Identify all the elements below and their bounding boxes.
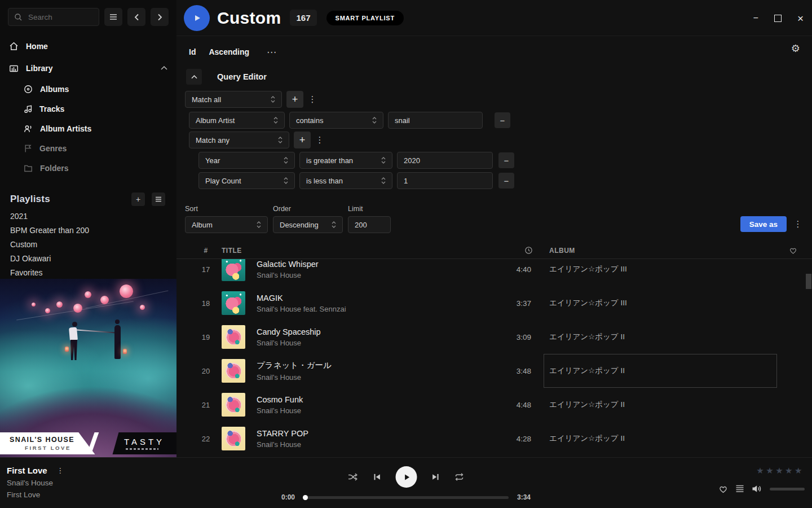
playlist-item[interactable]: Custom <box>0 237 176 251</box>
rule-value-input[interactable] <box>397 172 493 189</box>
playlist-item[interactable]: DJ Okawari <box>0 251 176 265</box>
scrollbar-thumb[interactable] <box>806 274 811 289</box>
volume-slider[interactable] <box>770 488 805 491</box>
column-album[interactable]: ALBUM <box>544 247 784 255</box>
column-favorite[interactable] <box>784 247 812 255</box>
save-as-button[interactable]: Save as <box>740 216 787 232</box>
now-playing-album[interactable]: First Love <box>7 490 65 500</box>
collapse-chevron-icon[interactable] <box>161 66 167 70</box>
maximize-button[interactable] <box>774 15 782 22</box>
select-caret-icon <box>330 221 337 229</box>
track-artist: Snail's House <box>257 271 487 279</box>
track-row[interactable]: 22 STARRY POP Snail's House 4:28 エイリアン☆ポ… <box>176 422 812 456</box>
playlist-item[interactable]: 2021 <box>0 209 176 223</box>
playlist-item[interactable]: Favorites <box>0 265 176 279</box>
minimize-button[interactable]: − <box>753 14 758 23</box>
rule-operator-select[interactable]: is less than <box>299 172 392 189</box>
next-button[interactable] <box>431 472 440 481</box>
collapse-query-editor-button[interactable] <box>186 69 202 85</box>
limit-input[interactable] <box>348 216 391 233</box>
track-row[interactable]: 21 Cosmo Funk Snail's House 4:48 エイリアン☆ポ… <box>176 388 812 422</box>
seek-slider[interactable] <box>303 496 509 499</box>
sort-field-button[interactable]: Id <box>189 47 196 56</box>
rule-field-select[interactable]: Year <box>198 152 295 169</box>
shuffle-button[interactable] <box>348 472 359 481</box>
remove-rule-button[interactable]: − <box>495 112 510 128</box>
artwork-artist-text: SNAIL'S HOUSE <box>10 436 117 444</box>
previous-button[interactable] <box>373 472 382 481</box>
rule-field-select[interactable]: Album Artist <box>189 112 285 129</box>
track-row[interactable]: 19 Candy Spaceship Snail's House 3:09 エイ… <box>176 320 812 354</box>
menu-button[interactable] <box>104 8 122 26</box>
disc-icon <box>24 85 33 94</box>
sort-select[interactable]: Album <box>185 216 268 233</box>
close-button[interactable]: × <box>797 13 804 24</box>
select-caret-icon <box>380 177 387 185</box>
repeat-icon <box>454 472 465 481</box>
track-album[interactable]: エイリアン☆ポップ III <box>544 259 777 286</box>
root-match-select[interactable]: Match all <box>185 91 282 108</box>
playlist-item[interactable]: BPM Greater than 200 <box>0 223 176 237</box>
now-playing-title[interactable]: First Love <box>7 466 47 475</box>
play-playlist-button[interactable] <box>184 5 210 31</box>
track-row[interactable]: 18 MAGIK Snail's House feat. Sennzai 3:3… <box>176 286 812 320</box>
remove-rule-button[interactable]: − <box>498 152 514 168</box>
remove-rule-button[interactable]: − <box>498 173 514 189</box>
playlist-list-button[interactable] <box>152 192 165 206</box>
back-button[interactable] <box>127 8 145 26</box>
add-playlist-button[interactable]: + <box>131 192 145 206</box>
sidebar-item-library[interactable]: Library <box>0 57 176 79</box>
rule-menu-button[interactable]: ⋮ <box>308 91 317 108</box>
column-index[interactable]: # <box>190 247 222 255</box>
favorite-button[interactable] <box>718 485 728 493</box>
seek-handle[interactable] <box>303 495 308 500</box>
settings-gear-icon[interactable]: ⚙ <box>791 42 800 55</box>
sidebar-item-label: Genres <box>39 144 67 153</box>
save-menu-button[interactable]: ⋮ <box>793 216 802 233</box>
sidebar-item-genres[interactable]: Genres <box>0 138 176 158</box>
artwork-album-text: FIRST LOVE <box>10 445 117 451</box>
search-input[interactable] <box>27 12 93 22</box>
play-pause-button[interactable] <box>396 466 417 488</box>
queue-button[interactable] <box>735 485 744 493</box>
track-row[interactable]: 20 プラネット・ガール Snail's House 3:48 エイリアン☆ポッ… <box>176 354 812 388</box>
track-album[interactable]: エイリアン☆ポップ II <box>544 422 777 456</box>
track-row[interactable]: 17 Galactic Whisper Snail's House 4:40 エ… <box>176 259 812 286</box>
rule-value-input[interactable] <box>397 152 493 169</box>
add-group-rule-button[interactable]: + <box>294 132 311 148</box>
rule-value-input[interactable] <box>388 112 483 129</box>
query-footer: Sort Album Order Descending Li <box>176 205 812 233</box>
sidebar-item-tracks[interactable]: Tracks <box>0 99 176 119</box>
skip-forward-icon <box>431 472 440 481</box>
track-album-focused[interactable]: エイリアン☆ポップ II <box>544 354 777 388</box>
sidebar-item-albums[interactable]: Albums <box>0 79 176 99</box>
track-album[interactable]: エイリアン☆ポップ III <box>544 286 777 320</box>
rule-field-select[interactable]: Play Count <box>198 172 295 189</box>
repeat-button[interactable] <box>454 472 465 481</box>
forward-button[interactable] <box>151 8 169 26</box>
column-title[interactable]: TITLE <box>222 247 257 255</box>
sidebar-item-home[interactable]: Home <box>0 35 176 57</box>
limit-label: Limit <box>348 205 391 213</box>
sidebar-item-folders[interactable]: Folders <box>0 158 176 178</box>
sidebar-item-album-artists[interactable]: Album Artists <box>0 119 176 138</box>
group-match-select[interactable]: Match any <box>189 132 289 148</box>
rule-operator-select[interactable]: contains <box>289 112 383 129</box>
now-playing-menu-button[interactable]: ⋮ <box>56 466 65 475</box>
search-box[interactable] <box>8 8 99 26</box>
group-menu-button[interactable]: ⋮ <box>315 132 324 148</box>
order-select[interactable]: Descending <box>273 216 343 233</box>
select-caret-icon <box>272 116 279 124</box>
track-album[interactable]: エイリアン☆ポップ II <box>544 388 777 422</box>
volume-button[interactable] <box>752 484 762 493</box>
column-duration[interactable] <box>487 246 544 255</box>
sidebar-item-label: Albums <box>40 85 69 94</box>
now-playing-artist[interactable]: Snail's House <box>7 478 65 488</box>
add-rule-button[interactable]: + <box>286 91 303 108</box>
sort-direction-button[interactable]: Ascending <box>209 47 249 56</box>
more-options-button[interactable]: ⋯ <box>267 46 277 58</box>
track-album[interactable]: エイリアン☆ポップ II <box>544 320 777 354</box>
rule-operator-select[interactable]: is greater than <box>299 152 392 169</box>
track-number: 21 <box>190 401 222 409</box>
rating-stars[interactable]: ★★★★★ <box>756 466 804 476</box>
